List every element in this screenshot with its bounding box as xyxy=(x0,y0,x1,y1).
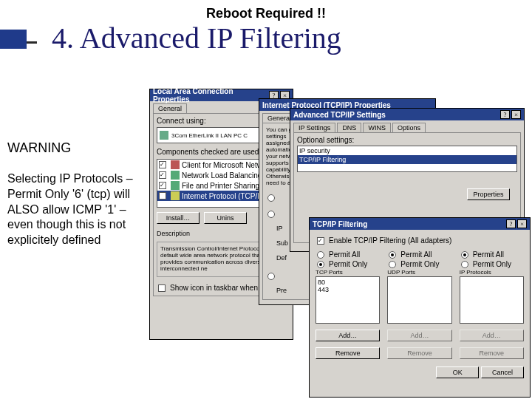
permit-all-radio[interactable] xyxy=(461,251,468,259)
radio[interactable] xyxy=(267,194,275,202)
window-title: TCP/IP Filtering xyxy=(313,220,367,228)
optional-settings-label: Optional settings: xyxy=(297,136,517,144)
show-icon-checkbox[interactable] xyxy=(158,284,166,292)
remove-button[interactable]: Remove xyxy=(316,347,380,359)
enable-filtering-checkbox[interactable] xyxy=(317,237,324,245)
col-header: IP Protocols xyxy=(460,269,524,276)
tcp-ports-column: Permit All Permit Only TCP Ports 80 443 xyxy=(316,250,380,324)
nlb-icon xyxy=(171,171,180,180)
remove-button[interactable]: Remove xyxy=(387,347,451,359)
titlebar[interactable]: TCP/IP Filtering ? × xyxy=(310,218,530,230)
tab-general[interactable]: General xyxy=(153,103,187,113)
client-icon xyxy=(171,160,180,169)
add-button[interactable]: Add… xyxy=(387,330,451,341)
window-title: Local Area Connection Properties xyxy=(153,87,269,103)
permit-all-radio[interactable] xyxy=(317,251,324,259)
permit-only-radio[interactable] xyxy=(389,261,396,268)
permit-all-radio[interactable] xyxy=(389,251,396,259)
nic-icon xyxy=(160,131,168,140)
install-button[interactable]: Install… xyxy=(157,212,200,224)
help-icon[interactable]: ? xyxy=(500,110,510,119)
add-button[interactable]: Add… xyxy=(460,330,524,341)
help-icon[interactable]: ? xyxy=(506,219,516,228)
warning-heading: WARNING xyxy=(7,140,71,156)
ip-protocols-list[interactable] xyxy=(460,276,524,324)
tab-wins[interactable]: WINS xyxy=(363,123,391,132)
slide-accent xyxy=(0,30,27,49)
slide-rule xyxy=(27,41,37,44)
properties-button[interactable]: Properties xyxy=(467,188,510,200)
ok-button[interactable]: OK xyxy=(436,366,479,378)
warning-body: Selecting IP Protocols – Permit Only '6'… xyxy=(7,171,137,248)
window-tcpip-filtering: TCP/IP Filtering ? × Enable TCP/IP Filte… xyxy=(309,217,531,398)
reboot-banner: Reboot Required !! xyxy=(0,6,532,21)
cancel-button[interactable]: Cancel xyxy=(481,366,524,378)
tab-options[interactable]: Options xyxy=(392,123,426,132)
tcpip-icon xyxy=(171,191,180,200)
enable-filtering-label: Enable TCP/IP Filtering (All adapters) xyxy=(329,236,451,245)
udp-ports-column: Permit All Permit Only UDP Ports xyxy=(387,250,451,324)
tab-dns[interactable]: DNS xyxy=(337,123,361,132)
close-icon[interactable]: × xyxy=(511,110,521,119)
ip-protocols-column: Permit All Permit Only IP Protocols xyxy=(460,250,524,324)
titlebar[interactable]: Advanced TCP/IP Settings ? × xyxy=(290,109,524,120)
radio[interactable] xyxy=(267,211,275,218)
show-icon-label: Show icon in taskbar when con xyxy=(170,284,272,292)
tab-ip-settings[interactable]: IP Settings xyxy=(293,123,335,132)
udp-ports-list[interactable] xyxy=(387,276,451,324)
port-entry: 80 xyxy=(318,279,378,286)
col-header: UDP Ports xyxy=(387,269,451,276)
radio[interactable] xyxy=(267,273,275,280)
add-button[interactable]: Add… xyxy=(316,330,380,341)
permit-only-radio[interactable] xyxy=(461,261,468,268)
checkbox[interactable] xyxy=(159,171,166,179)
permit-only-radio[interactable] xyxy=(317,261,324,268)
remove-button[interactable]: Remove xyxy=(460,347,524,359)
slide-title: 4. Advanced IP Filtering xyxy=(52,21,341,55)
share-icon xyxy=(171,181,180,190)
window-title: Advanced TCP/IP Settings xyxy=(293,111,386,119)
checkbox[interactable] xyxy=(159,192,166,200)
checkbox[interactable] xyxy=(159,161,166,168)
close-icon[interactable]: × xyxy=(517,219,527,228)
uninstall-button[interactable]: Unins xyxy=(204,212,247,224)
optional-settings-list[interactable]: IP security TCP/IP Filtering xyxy=(297,146,517,172)
adapter-name: 3Com EtherLink II LAN PC C xyxy=(171,132,248,139)
tcp-ports-list[interactable]: 80 443 xyxy=(316,276,380,324)
list-item: TCP/IP Filtering xyxy=(298,155,516,164)
list-item: IP security xyxy=(298,146,516,155)
checkbox[interactable] xyxy=(159,182,166,189)
port-entry: 443 xyxy=(318,286,378,293)
col-header: TCP Ports xyxy=(316,269,380,276)
